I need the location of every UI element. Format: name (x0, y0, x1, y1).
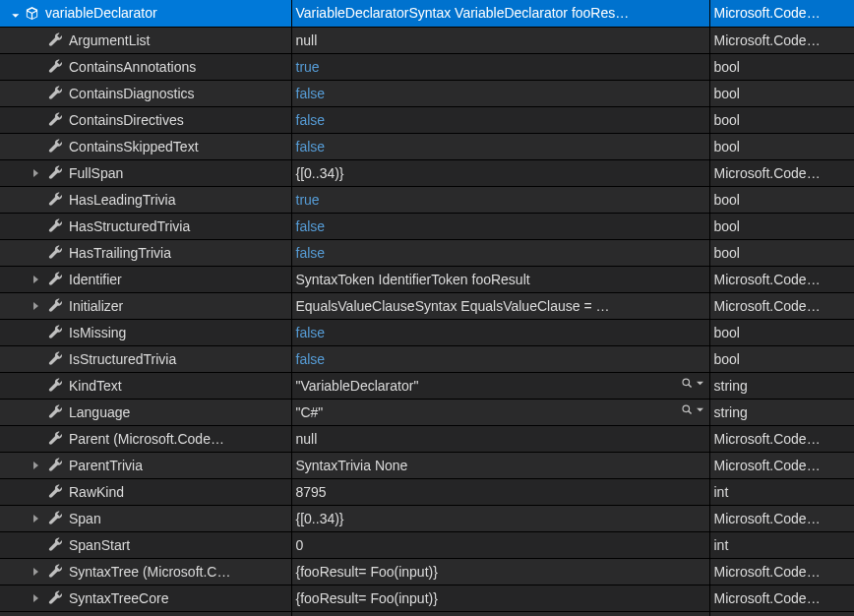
wrench-icon (47, 272, 63, 287)
value-cell[interactable]: {fooResult= Foo(input)} (291, 558, 709, 585)
table-row[interactable]: Language"C#" string (0, 399, 854, 425)
value-cell[interactable]: {[0..34)} (291, 505, 709, 531)
table-row[interactable]: KindText"VariableDeclarator" string (0, 372, 854, 399)
value-cell[interactable]: null (291, 27, 709, 53)
name-cell[interactable]: HasTrailingTrivia (0, 239, 291, 266)
table-row[interactable]: RawKind8795int (0, 478, 854, 505)
table-row[interactable]: ContainsSkippedTextfalsebool (0, 133, 854, 159)
expander[interactable] (24, 612, 47, 617)
name-label: ParentTrivia (69, 458, 285, 473)
expander[interactable] (24, 293, 47, 319)
text-visualizer-button[interactable] (681, 403, 703, 416)
type-text: Microsoft.Code… (710, 431, 821, 447)
table-row[interactable]: ContainsDirectivesfalsebool (0, 106, 854, 133)
expander[interactable] (24, 267, 47, 292)
name-cell[interactable]: ArgumentList (0, 27, 291, 53)
name-cell[interactable]: Parent (Microsoft.Code… (0, 425, 291, 452)
expander (0, 214, 24, 239)
wrench-icon (47, 112, 63, 128)
table-row[interactable]: HasLeadingTriviatruebool (0, 186, 854, 213)
table-row[interactable]: InitializerEqualsValueClauseSyntax Equal… (0, 292, 854, 319)
value-cell[interactable]: {fooResult= Foo(input)} (291, 585, 709, 611)
value-cell[interactable]: null (291, 425, 709, 452)
table-row[interactable]: IsMissingfalsebool (0, 319, 854, 345)
expander (0, 160, 24, 186)
value-cell[interactable]: VariableDeclaratorSyntax VariableDeclara… (291, 0, 709, 27)
expander[interactable] (24, 453, 47, 478)
value-cell[interactable]: false (291, 345, 709, 372)
table-row[interactable]: SyntaxTree (Microsoft.C…{fooResult= Foo(… (0, 558, 854, 585)
name-label: Span (69, 511, 285, 526)
value-cell[interactable]: SyntaxToken IdentifierToken fooResult (291, 266, 709, 292)
value-cell[interactable]: false (291, 213, 709, 239)
name-cell[interactable]: Non-Public members (0, 611, 291, 616)
name-cell[interactable]: Span (0, 505, 291, 531)
table-row[interactable]: variableDeclaratorVariableDeclaratorSynt… (0, 0, 854, 27)
name-cell[interactable]: SyntaxTree (Microsoft.C… (0, 558, 291, 585)
table-row[interactable]: Parent (Microsoft.Code…nullMicrosoft.Cod… (0, 425, 854, 452)
name-cell[interactable]: Initializer (0, 292, 291, 319)
expander[interactable] (24, 160, 47, 186)
type-text: bool (710, 245, 740, 261)
name-cell[interactable]: Language (0, 399, 291, 425)
svg-line-3 (688, 410, 691, 413)
value-cell[interactable]: "VariableDeclarator" (291, 372, 709, 399)
name-cell[interactable]: ParentTrivia (0, 452, 291, 478)
name-cell[interactable]: SyntaxTreeCore (0, 585, 291, 611)
value-cell[interactable]: SyntaxTrivia None (291, 452, 709, 478)
name-cell[interactable]: ContainsDirectives (0, 106, 291, 133)
expander[interactable] (24, 506, 47, 531)
table-row[interactable]: ArgumentListnullMicrosoft.Code… (0, 27, 854, 53)
table-row[interactable]: ParentTriviaSyntaxTrivia NoneMicrosoft.C… (0, 452, 854, 478)
value-cell[interactable]: false (291, 133, 709, 159)
value-cell[interactable]: EqualsValueClauseSyntax EqualsValueClaus… (291, 292, 709, 319)
table-row[interactable]: Span{[0..34)}Microsoft.Code… (0, 505, 854, 531)
value-cell[interactable]: false (291, 239, 709, 266)
value-cell[interactable]: false (291, 80, 709, 106)
expander[interactable] (0, 0, 24, 27)
value-text: false (292, 218, 326, 234)
value-cell[interactable]: false (291, 106, 709, 133)
table-row[interactable]: ContainsAnnotationstruebool (0, 53, 854, 80)
name-cell[interactable]: Identifier (0, 266, 291, 292)
value-cell[interactable]: false (291, 319, 709, 345)
expander[interactable] (24, 585, 47, 611)
name-cell[interactable]: RawKind (0, 478, 291, 505)
name-cell[interactable]: ContainsDiagnostics (0, 80, 291, 106)
table-row[interactable]: HasStructuredTriviafalsebool (0, 213, 854, 239)
value-cell[interactable] (291, 611, 709, 616)
table-row[interactable]: IdentifierSyntaxToken IdentifierToken fo… (0, 266, 854, 292)
name-cell[interactable]: IsStructuredTrivia (0, 345, 291, 372)
watch-variables-table[interactable]: variableDeclaratorVariableDeclaratorSynt… (0, 0, 854, 616)
table-row[interactable]: IsStructuredTriviafalsebool (0, 345, 854, 372)
name-cell[interactable]: HasLeadingTrivia (0, 186, 291, 213)
table-row[interactable]: Non-Public members (0, 611, 854, 616)
table-row[interactable]: HasTrailingTriviafalsebool (0, 239, 854, 266)
name-label: HasStructuredTrivia (69, 218, 285, 234)
name-cell[interactable]: SpanStart (0, 531, 291, 558)
value-cell[interactable]: 0 (291, 531, 709, 558)
table-row[interactable]: FullSpan{[0..34)}Microsoft.Code… (0, 159, 854, 186)
value-cell[interactable]: "C#" (291, 399, 709, 425)
value-cell[interactable]: true (291, 53, 709, 80)
wrench-icon (47, 165, 63, 181)
table-row[interactable]: ContainsDiagnosticsfalsebool (0, 80, 854, 106)
name-cell[interactable]: HasStructuredTrivia (0, 213, 291, 239)
table-row[interactable]: SpanStart0int (0, 531, 854, 558)
name-cell[interactable]: variableDeclarator (0, 0, 291, 27)
wrench-icon (47, 245, 63, 261)
table-row[interactable]: SyntaxTreeCore{fooResult= Foo(input)}Mic… (0, 585, 854, 611)
wrench-icon (47, 298, 63, 314)
text-visualizer-button[interactable] (681, 377, 703, 390)
value-cell[interactable]: true (291, 186, 709, 213)
name-cell[interactable]: FullSpan (0, 159, 291, 186)
name-cell[interactable]: KindText (0, 372, 291, 399)
name-label: SyntaxTreeCore (69, 590, 285, 606)
type-cell: bool (709, 80, 854, 106)
name-cell[interactable]: ContainsAnnotations (0, 53, 291, 80)
expander[interactable] (24, 559, 47, 585)
value-cell[interactable]: {[0..34)} (291, 159, 709, 186)
value-cell[interactable]: 8795 (291, 478, 709, 505)
name-cell[interactable]: ContainsSkippedText (0, 133, 291, 159)
name-cell[interactable]: IsMissing (0, 319, 291, 345)
